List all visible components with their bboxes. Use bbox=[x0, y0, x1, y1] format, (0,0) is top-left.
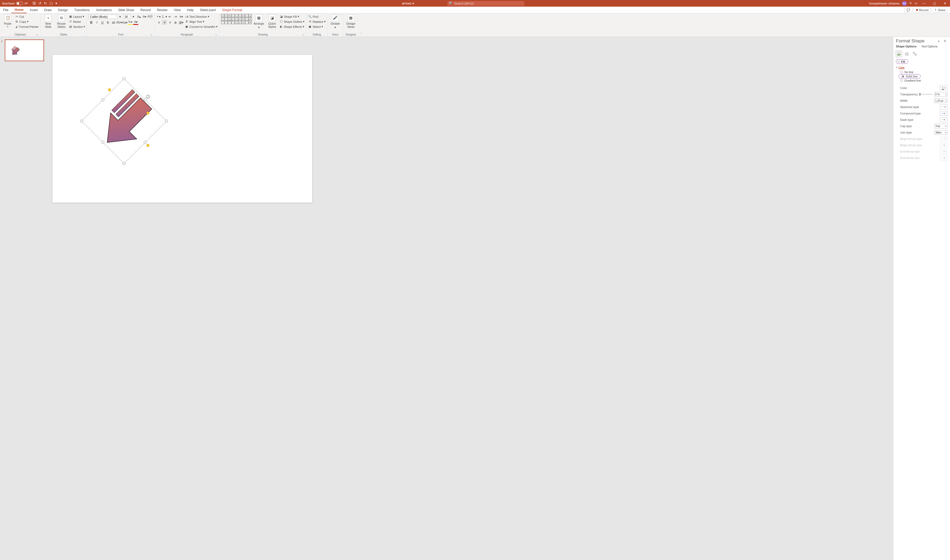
user-name[interactable]: Gumpelmeyer Johanna bbox=[869, 2, 899, 5]
compound-dropdown[interactable]: ≡▾ bbox=[940, 111, 947, 116]
tab-help[interactable]: Help bbox=[184, 7, 197, 13]
italic-icon[interactable]: I bbox=[94, 20, 99, 25]
tab-transitions[interactable]: Transitions bbox=[71, 7, 93, 13]
dictate-button[interactable]: 🎤Dictate▾ bbox=[329, 14, 341, 29]
align-center-icon[interactable]: ≡ bbox=[162, 20, 167, 25]
arrow-shape[interactable] bbox=[76, 73, 172, 169]
copy-button[interactable]: ⧉Copy ▾ bbox=[15, 19, 39, 24]
dash-dropdown[interactable]: ┉▾ bbox=[940, 117, 947, 122]
tab-slidelizard[interactable]: SlideLizard bbox=[197, 7, 219, 13]
shrink-font-icon[interactable]: A▾ bbox=[142, 14, 147, 19]
tab-insert[interactable]: Insert bbox=[27, 7, 41, 13]
tab-view[interactable]: View bbox=[171, 7, 184, 13]
paragraph-launcher[interactable]: ↘ bbox=[215, 33, 217, 36]
indent-dec-icon[interactable]: ⇤ bbox=[167, 14, 173, 19]
slide-canvas[interactable] bbox=[48, 37, 893, 560]
qat-more-icon[interactable]: ▾ bbox=[56, 2, 57, 5]
design-ideas-button[interactable]: ▦Design Ideas bbox=[345, 14, 357, 28]
tab-text-options[interactable]: Text Options bbox=[921, 45, 938, 49]
transparency-input[interactable]: 0 %▴▾ bbox=[934, 92, 947, 97]
tab-file[interactable]: File bbox=[0, 7, 11, 13]
join-dropdown[interactable]: Miter▾ bbox=[935, 130, 947, 135]
tab-review[interactable]: Review bbox=[154, 7, 170, 13]
shapes-gallery[interactable]: ▭◇A＼＼↘▭○▴ □○△LL⇨⇦○▾ ⌒⌒⌒⌒{}}▾ bbox=[221, 14, 252, 24]
highlight-icon[interactable]: ✎▾ bbox=[128, 20, 133, 25]
tab-draw[interactable]: Draw bbox=[41, 7, 55, 13]
columns-icon[interactable]: ▥▾ bbox=[178, 20, 184, 25]
shape-effects-button[interactable]: ◐Shape Effects ▾ bbox=[279, 24, 305, 29]
replace-button[interactable]: ⟲Replace ▾ bbox=[308, 19, 325, 24]
font-color-icon[interactable]: A▾ bbox=[133, 20, 138, 25]
align-left-icon[interactable]: ≡ bbox=[156, 20, 162, 25]
case-icon[interactable]: Aa▾ bbox=[122, 20, 127, 25]
ribbon-display-icon[interactable]: ▭ bbox=[915, 2, 917, 5]
share-button[interactable]: ⇪Share bbox=[932, 8, 948, 12]
transparency-slider[interactable] bbox=[919, 94, 933, 95]
tab-animations[interactable]: Animations bbox=[93, 7, 115, 13]
minimize-button[interactable]: — bbox=[920, 0, 928, 7]
document-title[interactable]: arrows ▾ bbox=[402, 2, 414, 5]
align-text-button[interactable]: ⇵Align Text ▾ bbox=[185, 19, 217, 24]
user-avatar[interactable]: GJ bbox=[902, 1, 907, 6]
fill-section-header[interactable]: ▷ Fill bbox=[896, 59, 908, 64]
reset-button[interactable]: ↺Reset bbox=[69, 19, 85, 24]
strike-icon[interactable]: S̶ bbox=[105, 20, 111, 25]
clipboard-launcher[interactable]: ↘ bbox=[36, 33, 38, 36]
format-pane-close-icon[interactable]: ✕ bbox=[942, 38, 947, 43]
tab-shape-format[interactable]: Shape Format bbox=[219, 7, 245, 13]
close-button[interactable]: ✕ bbox=[941, 0, 949, 7]
underline-icon[interactable]: U bbox=[100, 20, 105, 25]
line-color-picker[interactable]: ✎▾ bbox=[940, 86, 947, 90]
tab-record[interactable]: Record bbox=[137, 7, 154, 13]
shadow-icon[interactable]: ab bbox=[111, 20, 116, 25]
clear-format-icon[interactable]: Aⓧ bbox=[147, 14, 153, 19]
search-box[interactable]: 🔍 bbox=[447, 1, 524, 6]
select-button[interactable]: ▣Select ▾ bbox=[308, 24, 325, 29]
redo-icon[interactable]: ↻ bbox=[44, 2, 47, 5]
quick-styles-button[interactable]: ◪Quick Styles bbox=[266, 14, 278, 28]
align-right-icon[interactable]: ≡ bbox=[167, 20, 173, 25]
shape-outline-button[interactable]: ☐Shape Outline ▾ bbox=[279, 19, 305, 24]
drawing-launcher[interactable]: ↘ bbox=[302, 33, 304, 36]
size-category-icon[interactable] bbox=[911, 50, 918, 57]
format-pane-options-icon[interactable]: ▾ bbox=[938, 40, 939, 43]
undo-icon[interactable]: ↺ bbox=[39, 2, 42, 5]
font-size-input[interactable] bbox=[123, 15, 130, 19]
fill-line-category-icon[interactable] bbox=[895, 50, 902, 57]
numbering-icon[interactable]: 1. ▾ bbox=[162, 14, 167, 19]
line-spacing-icon[interactable]: ≡▾ bbox=[178, 14, 184, 19]
tab-home[interactable]: Home bbox=[11, 7, 26, 13]
bullets-icon[interactable]: • ▾ bbox=[156, 14, 162, 19]
format-painter-button[interactable]: 🖌Format Painter bbox=[15, 24, 39, 29]
shape-fill-button[interactable]: ◪Shape Fill ▾ bbox=[279, 14, 305, 19]
autosave-toggle[interactable]: AutoSave Off bbox=[2, 2, 28, 5]
cap-dropdown[interactable]: Flat▾ bbox=[935, 124, 947, 128]
present-icon[interactable]: ▢ bbox=[49, 2, 53, 5]
indent-inc-icon[interactable]: ⇥ bbox=[173, 14, 178, 19]
search-input[interactable] bbox=[454, 2, 523, 5]
radio-no-line[interactable]: No line bbox=[896, 70, 947, 74]
maximize-button[interactable]: ▢ bbox=[930, 0, 938, 7]
justify-icon[interactable]: ≣ bbox=[173, 20, 178, 25]
new-slide-button[interactable]: ＋New Slide bbox=[42, 14, 54, 28]
font-size-dd[interactable]: ▾ bbox=[131, 14, 136, 19]
font-name-input[interactable] bbox=[88, 15, 117, 19]
section-button[interactable]: ▤Section ▾ bbox=[69, 24, 85, 29]
bold-icon[interactable]: B bbox=[88, 20, 94, 25]
radio-solid-line[interactable]: Solid line bbox=[899, 74, 921, 78]
slide[interactable] bbox=[52, 55, 312, 203]
arrange-button[interactable]: ▦Arrange▾ bbox=[253, 14, 265, 29]
text-direction-button[interactable]: ↕AText Direction ▾ bbox=[185, 14, 217, 19]
record-button[interactable]: Record bbox=[914, 8, 931, 12]
line-section-header[interactable]: ▿ Line bbox=[896, 65, 947, 70]
slide-thumbnail-pane[interactable]: 1 bbox=[0, 37, 48, 560]
coming-soon-icon[interactable]: ✎ bbox=[910, 2, 912, 5]
font-name-dd[interactable]: ▾ bbox=[117, 14, 123, 19]
slide-thumbnail[interactable]: 1 bbox=[2, 40, 46, 61]
find-button[interactable]: 🔍Find bbox=[308, 14, 325, 19]
tab-shape-options[interactable]: Shape Options bbox=[896, 45, 917, 49]
effects-category-icon[interactable] bbox=[903, 50, 910, 57]
layout-button[interactable]: ▦Layout ▾ bbox=[69, 14, 85, 19]
sketched-dropdown[interactable]: 〰▾ bbox=[940, 105, 947, 109]
tab-design[interactable]: Design bbox=[55, 7, 71, 13]
